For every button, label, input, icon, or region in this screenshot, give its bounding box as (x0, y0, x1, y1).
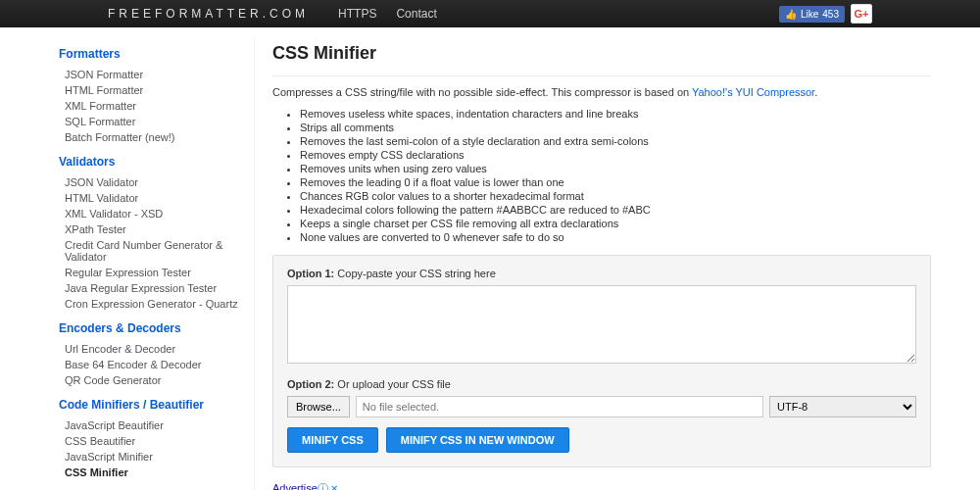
nav-link-https[interactable]: HTTPS (338, 7, 376, 21)
sidebar-item[interactable]: XML Validator - XSD (59, 206, 244, 221)
yui-link[interactable]: Yahoo!'s YUI Compressor (692, 86, 814, 98)
info-icon[interactable]: ⓘ (318, 482, 328, 490)
sidebar-heading[interactable]: Code Minifiers / Beautifier (59, 398, 244, 412)
feature-item: Hexadecimal colors following the pattern… (300, 204, 931, 216)
main-content: CSS Minifier Compresses a CSS string/fil… (255, 37, 931, 490)
sidebar-item[interactable]: CSS Beautifier (59, 433, 244, 449)
feature-item: Removes the leading 0 if a float value i… (300, 176, 931, 188)
encoding-select[interactable]: UTF-8 (769, 396, 916, 417)
intro-text: Compresses a CSS string/file with no pos… (272, 86, 931, 98)
top-nav: FREEFORMATTER.COM HTTPS Contact 👍 Like 4… (0, 0, 980, 27)
gplus-button[interactable]: G+ (851, 4, 872, 24)
brand-logo[interactable]: FREEFORMATTER.COM (108, 7, 309, 21)
sidebar-item[interactable]: Credit Card Number Generator & Validator (59, 237, 244, 265)
sidebar-heading[interactable]: Validators (59, 155, 244, 169)
sidebar-heading[interactable]: Formatters (59, 47, 244, 61)
advertise-bar: Advertiseⓘ✕ (272, 481, 931, 490)
feature-item: Chances RGB color values to a shorter he… (300, 190, 931, 202)
css-input-textarea[interactable] (287, 285, 916, 364)
file-name-display: No file selected. (356, 396, 763, 417)
option1-label: Option 1: Copy-paste your CSS string her… (287, 268, 916, 279)
sidebar-item[interactable]: CSS Minifier (59, 465, 244, 480)
thumb-up-icon: 👍 (785, 9, 797, 20)
feature-item: Keeps a single charset per CSS file remo… (300, 218, 931, 229)
feature-item: Removes the last semi-colon of a style d… (300, 135, 931, 147)
minify-button[interactable]: MINIFY CSS (287, 427, 378, 453)
browse-button[interactable]: Browse... (287, 396, 350, 417)
feature-item: Strips all comments (300, 122, 931, 133)
minify-new-window-button[interactable]: MINIFY CSS IN NEW WINDOW (386, 427, 569, 453)
fb-like-count: 453 (822, 9, 839, 20)
options-panel: Option 1: Copy-paste your CSS string her… (272, 255, 931, 467)
sidebar-item[interactable]: JavaScript Beautifier (59, 417, 244, 433)
sidebar-item[interactable]: QR Code Generator (59, 372, 244, 388)
feature-list: Removes useless white spaces, indentatio… (272, 108, 931, 243)
feature-item: Removes units when using zero values (300, 163, 931, 174)
page-title: CSS Minifier (272, 43, 931, 64)
close-icon[interactable]: ✕ (330, 483, 338, 490)
sidebar-heading[interactable]: Encoders & Decoders (59, 321, 244, 335)
nav-link-contact[interactable]: Contact (396, 7, 436, 21)
sidebar-item[interactable]: XML Formatter (59, 98, 244, 114)
fb-like-label: Like (801, 9, 818, 20)
feature-item: None values are converted to 0 whenever … (300, 231, 931, 243)
sidebar-item[interactable]: Cron Expression Generator - Quartz (59, 296, 244, 312)
fb-like-button[interactable]: 👍 Like 453 (779, 6, 845, 23)
sidebar-item[interactable]: HTML Formatter (59, 82, 244, 98)
sidebar-item[interactable]: Regular Expression Tester (59, 265, 244, 280)
sidebar-item[interactable]: XPath Tester (59, 221, 244, 237)
advertise-link[interactable]: Advertise (272, 482, 318, 490)
sidebar-item[interactable]: SQL Formatter (59, 114, 244, 129)
sidebar: FormattersJSON FormatterHTML FormatterXM… (49, 37, 255, 490)
feature-item: Removes useless white spaces, indentatio… (300, 108, 931, 120)
option2-label: Option 2: Or upload your CSS file (287, 378, 916, 390)
sidebar-item[interactable]: HTML Validator (59, 190, 244, 206)
sidebar-item[interactable]: Base 64 Encoder & Decoder (59, 357, 244, 372)
sidebar-item[interactable]: JSON Validator (59, 174, 244, 190)
sidebar-item[interactable]: Url Encoder & Decoder (59, 341, 244, 357)
divider (272, 75, 931, 76)
feature-item: Removes empty CSS declarations (300, 149, 931, 161)
sidebar-item[interactable]: Batch Formatter (new!) (59, 129, 244, 145)
sidebar-item[interactable]: JavaScript Minifier (59, 449, 244, 465)
sidebar-item[interactable]: JSON Formatter (59, 67, 244, 82)
sidebar-item[interactable]: Java Regular Expression Tester (59, 280, 244, 296)
